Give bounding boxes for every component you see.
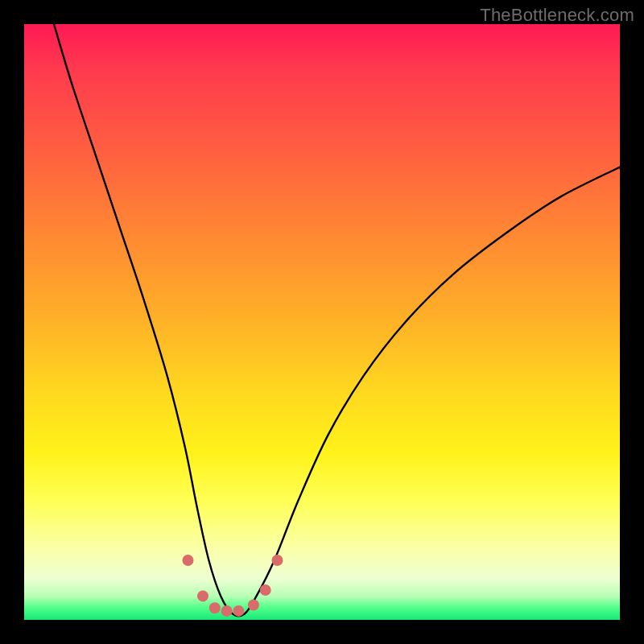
plot-area: [24, 24, 620, 620]
watermark-text: TheBottleneck.com: [480, 5, 634, 26]
highlight-dots: [183, 555, 283, 617]
highlight-dot: [233, 605, 244, 617]
highlight-dot: [248, 600, 259, 611]
highlight-dot: [209, 602, 221, 613]
highlight-dot: [221, 605, 233, 617]
highlight-dot: [272, 555, 283, 566]
highlight-dot: [260, 584, 271, 596]
highlight-dot: [197, 590, 208, 601]
chart-frame: TheBottleneck.com: [0, 0, 644, 644]
bottleneck-curve: [54, 24, 620, 616]
curve-layer: [24, 24, 620, 620]
highlight-dot: [183, 555, 194, 566]
